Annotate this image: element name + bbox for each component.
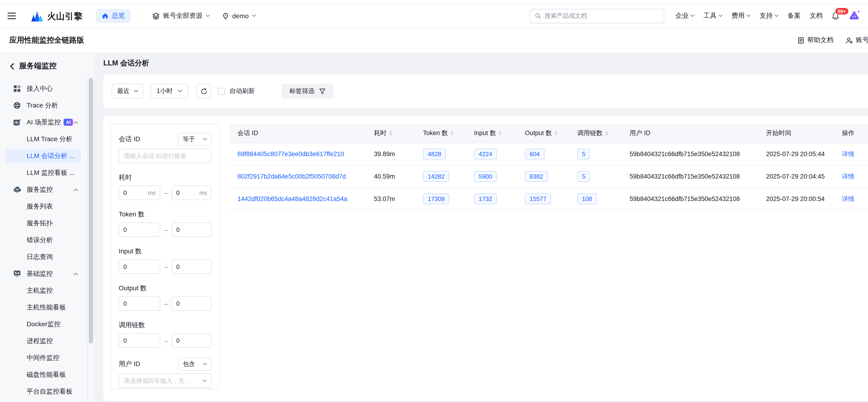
user-id-operator-select[interactable]: 包含 [178, 358, 212, 371]
overview-label: 总览 [112, 12, 125, 20]
auto-refresh-toggle[interactable]: 自动刷新 [218, 87, 255, 95]
sidebar-item[interactable]: Docker监控 [6, 317, 81, 332]
sidebar-item[interactable]: 主机性能看板 [6, 300, 81, 315]
sidebar-item[interactable]: 服务监控 [6, 182, 81, 197]
duration-max-input[interactable]: 0 ms [172, 186, 212, 200]
sidebar-item[interactable]: 错误分析 [6, 233, 81, 247]
sidebar-item[interactable]: Trace 分析 [6, 98, 81, 113]
hamburger-menu-icon[interactable] [7, 12, 16, 19]
nav-menu-item[interactable]: 支持 [760, 12, 779, 20]
count-tag[interactable]: 5900 [474, 171, 497, 182]
nav-menu-item[interactable]: 企业 [675, 12, 694, 20]
notifications-button[interactable]: 99+ [831, 11, 840, 20]
sidebar-item[interactable]: 平台自监控看板 [6, 384, 81, 399]
column-header[interactable]: 耗时 [374, 129, 423, 137]
time-range-select[interactable]: 1小时 [151, 84, 188, 99]
overview-button[interactable]: 总览 [96, 9, 131, 23]
top-strip [0, 0, 868, 5]
sidebar-item[interactable]: LLM 会话分析 ... [6, 149, 81, 163]
sort-icon[interactable] [390, 131, 392, 136]
sidebar-item-label: 接入中心 [27, 84, 53, 93]
token-min-input[interactable]: 0 [119, 222, 160, 237]
auto-refresh-checkbox[interactable] [218, 88, 225, 95]
session-id-operator-select[interactable]: 等于 [178, 133, 212, 146]
brand-logo[interactable]: 火山引擎 [31, 10, 83, 22]
column-header[interactable]: Input 数 [474, 129, 525, 137]
account-permission-link[interactable]: 账号权限 [845, 36, 868, 44]
sidebar-header-back[interactable]: 服务端监控 [0, 53, 94, 71]
region-selector[interactable]: demo [222, 12, 256, 20]
duration-min-unit: ms [148, 190, 156, 196]
input-max-input[interactable]: 0 [172, 259, 212, 274]
count-tag[interactable]: 14282 [423, 171, 449, 182]
sidebar-item[interactable]: AI 场景监控 AI [6, 115, 81, 129]
sidebar-item[interactable]: 中间件监控 [6, 350, 81, 365]
count-tag[interactable]: 108 [577, 193, 597, 204]
sidebar-item[interactable]: LLM 监控看板 ... [6, 165, 81, 180]
column-header[interactable]: 调用链数 [577, 129, 630, 137]
session-id-link[interactable]: 1442df020b65dc4a48a4828d2c41a54a [238, 195, 347, 203]
range-dash: – [160, 262, 172, 271]
count-tag[interactable]: 5 [577, 148, 590, 159]
sidebar-item-label: LLM 监控看板 ... [27, 168, 74, 177]
user-id-input[interactable]: 请选择或回车输入，支... [119, 373, 212, 388]
session-id-link[interactable]: 69f884405c8077e3ee0db3e617ffe210 [238, 151, 344, 157]
trace-max-input[interactable]: 0 [172, 333, 212, 348]
sidebar-item[interactable]: 基础监控 [6, 267, 81, 281]
detail-link[interactable]: 详情 [842, 195, 855, 202]
account-resources-selector[interactable]: 账号全部资源 [152, 12, 210, 20]
detail-link[interactable]: 详情 [842, 150, 855, 157]
count-tag[interactable]: 4828 [423, 148, 446, 159]
sort-icon[interactable] [605, 131, 608, 136]
table-cell-session_id: 69f884405c8077e3ee0db3e617ffe210 [229, 151, 374, 157]
session-id-input[interactable]: 请输入会话 ID进行搜索 [119, 149, 212, 163]
sidebar-item[interactable]: 磁盘性能看板 [6, 367, 81, 382]
sidebar-item[interactable]: 服务列表 [6, 199, 81, 214]
sort-icon[interactable] [451, 131, 454, 136]
count-tag[interactable]: 1732 [474, 193, 497, 204]
sidebar-item[interactable]: 接入中心 [6, 81, 81, 96]
search-input[interactable]: 搜索产品或文档 [530, 9, 664, 23]
sort-icon[interactable] [499, 131, 502, 136]
sidebar-item[interactable]: 日志查询 [6, 250, 81, 264]
count-tag[interactable]: 17309 [423, 193, 449, 204]
tag-filter-button[interactable]: 标签筛选 [281, 84, 334, 99]
sidebar-item[interactable]: LLM Trace 分析 [6, 132, 81, 146]
cell-text: 59b8404321c66dfb715e350e52432108 [630, 195, 740, 203]
search-placeholder: 搜索产品或文档 [545, 12, 587, 20]
token-max-input[interactable]: 0 [172, 222, 212, 237]
refresh-button[interactable] [196, 84, 211, 99]
table-row: 1442df020b65dc4a48a4828d2c41a54a53.07m17… [229, 188, 868, 210]
count-tag[interactable]: 4224 [474, 148, 497, 159]
input-min-input[interactable]: 0 [119, 259, 160, 274]
nav-menu-item[interactable]: 工具 [704, 12, 723, 20]
sort-icon[interactable] [555, 131, 558, 136]
nav-menu-item[interactable]: 费用 [732, 12, 751, 20]
sidebar-item-label: 中间件监控 [27, 353, 59, 362]
sidebar-item[interactable]: 进程监控 [6, 334, 81, 348]
duration-min-input[interactable]: 0 ms [119, 186, 160, 200]
sidebar-item-label: AI 场景监控 [27, 118, 61, 126]
count-tag[interactable]: 5 [577, 171, 590, 182]
session-id-label: 会话 ID [119, 135, 140, 144]
session-id-link[interactable]: 802f2917b2da64e5c00b2f5050708d7d [238, 173, 346, 180]
nav-menu-item[interactable]: 备案 [787, 12, 801, 20]
column-header[interactable]: Token 数 [423, 129, 474, 137]
volcano-logo-icon [31, 10, 43, 21]
help-doc-link[interactable]: 帮助文档 [798, 36, 833, 44]
count-tag[interactable]: 8382 [525, 171, 548, 182]
nav-menu-item[interactable]: 文档 [810, 12, 823, 20]
count-tag[interactable]: 604 [525, 148, 544, 159]
detail-link[interactable]: 详情 [842, 173, 855, 180]
sidebar-item[interactable]: 服务拓扑 [6, 216, 81, 230]
sidebar-item[interactable]: 主机监控 [6, 283, 81, 298]
output-max-input[interactable]: 0 [172, 296, 212, 311]
column-header[interactable]: Output 数 [525, 129, 577, 137]
time-mode-select[interactable]: 最近 [112, 84, 144, 99]
avatar[interactable] [847, 9, 862, 23]
count-tag[interactable]: 15577 [525, 193, 551, 204]
output-min-input[interactable]: 0 [119, 296, 160, 311]
trace-min-input[interactable]: 0 [119, 333, 160, 348]
sidebar-scrollbar-thumb[interactable] [89, 78, 93, 344]
cell-text: 39.89m [374, 151, 395, 157]
